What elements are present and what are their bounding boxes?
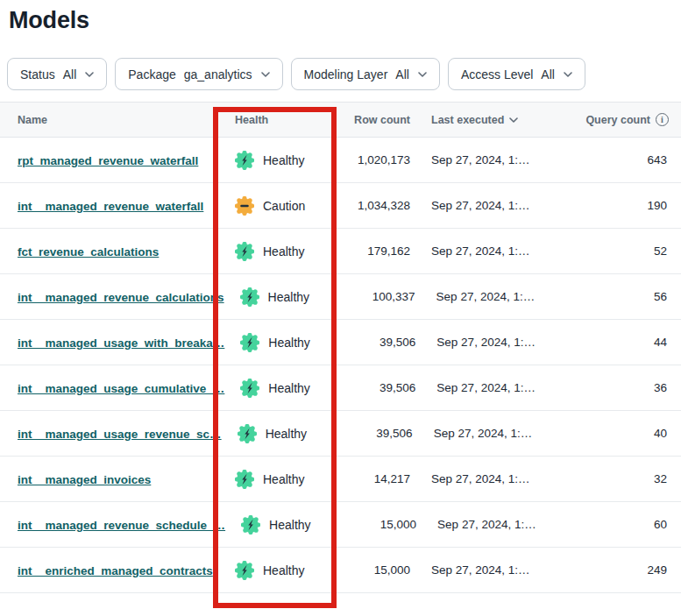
query-count: 44 <box>564 336 681 349</box>
filter-label: Modeling Layer <box>304 67 388 81</box>
last-executed: Sep 27, 2024, 1:… <box>415 290 564 303</box>
row-count: 179,162 <box>337 244 410 258</box>
filter-value: All <box>63 67 77 81</box>
table-row: int__managed_usage_revenue_sc… Healthy 3… <box>0 411 681 457</box>
table-row: int__managed_revenue_schedule_… Healthy … <box>0 502 681 548</box>
column-header-label: Last executed <box>431 114 504 126</box>
last-executed: Sep 27, 2024, 1:… <box>416 518 565 531</box>
table-row: rpt_managed_revenue_waterfall Healthy 1,… <box>0 138 681 183</box>
table-row: fct_revenue_calculations Healthy 179,162… <box>0 229 681 274</box>
column-header-name: Name <box>0 114 219 126</box>
health-label: Healthy <box>266 427 307 441</box>
health-label: Healthy <box>268 290 309 304</box>
row-count: 39,506 <box>342 381 415 394</box>
filter-value: ga_analytics <box>184 67 252 81</box>
query-count: 52 <box>559 244 681 258</box>
model-link[interactable]: int__enriched_managed_contracts <box>18 564 213 577</box>
health-caution-icon <box>235 196 254 216</box>
chevron-down-icon <box>418 72 427 77</box>
query-count: 190 <box>559 199 681 212</box>
table-row: int__managed_revenue_calculations Health… <box>0 274 681 320</box>
row-count: 15,000 <box>337 563 410 577</box>
column-header-query-count: Query count i <box>559 113 681 126</box>
model-link[interactable]: int__managed_usage_cumulative_… <box>18 382 224 395</box>
last-executed: Sep 27, 2024, 1:… <box>410 472 559 485</box>
filter-label: Package <box>128 67 175 81</box>
row-count: 1,034,328 <box>337 199 410 212</box>
table-header: Name Health Row count Last executed Quer… <box>0 102 681 138</box>
health-cell: Healthy <box>225 515 343 535</box>
sort-chevron-icon <box>509 117 518 123</box>
query-count: 32 <box>559 472 681 485</box>
filter-access-level[interactable]: Access Level All <box>448 58 585 90</box>
table-row: int__managed_revenue_waterfall Caution 1… <box>0 183 681 229</box>
health-healthy-icon <box>235 561 254 580</box>
health-label: Healthy <box>263 563 304 577</box>
health-cell: Healthy <box>222 424 339 443</box>
filter-value: All <box>395 67 409 81</box>
column-header-row-count: Row count <box>337 114 410 126</box>
query-count: 60 <box>565 518 681 531</box>
row-count: 15,000 <box>343 518 416 531</box>
row-count: 1,020,173 <box>337 153 410 166</box>
model-link[interactable]: int__managed_usage_revenue_sc… <box>18 428 222 441</box>
filter-value: All <box>541 67 555 81</box>
filter-package[interactable]: Package ga_analytics <box>115 58 282 90</box>
page-title: Models <box>9 7 681 34</box>
health-label: Healthy <box>263 244 304 258</box>
table-row: int__managed_invoices Healthy 14,217 Sep… <box>0 457 681 502</box>
health-healthy-icon <box>240 333 259 352</box>
query-count: 56 <box>564 290 681 303</box>
filter-status[interactable]: Status All <box>7 58 107 90</box>
health-healthy-icon <box>235 151 254 170</box>
model-link[interactable]: int__managed_revenue_calculations <box>18 291 224 304</box>
column-header-label: Query count <box>585 114 650 126</box>
filter-bar: Status All Package ga_analytics Modeling… <box>7 58 681 90</box>
model-link[interactable]: int__managed_revenue_waterfall <box>18 200 203 213</box>
models-table: Name Health Row count Last executed Quer… <box>0 102 681 593</box>
filter-modeling-layer[interactable]: Modeling Layer All <box>291 58 440 90</box>
filter-label: Status <box>20 67 55 81</box>
health-label: Healthy <box>268 381 309 395</box>
row-count: 39,506 <box>339 427 413 440</box>
last-executed: Sep 27, 2024, 1:… <box>413 427 562 440</box>
column-header-health: Health <box>219 114 337 126</box>
health-cell: Healthy <box>219 242 337 261</box>
table-row: int__enriched_managed_contracts Healthy … <box>0 548 681 593</box>
health-cell: Healthy <box>224 333 342 352</box>
health-healthy-icon <box>235 470 254 489</box>
query-count: 643 <box>559 153 681 166</box>
last-executed: Sep 27, 2024, 1:… <box>415 336 564 349</box>
health-cell: Healthy <box>219 151 337 170</box>
info-icon[interactable]: i <box>656 113 669 126</box>
health-healthy-icon <box>235 242 254 261</box>
last-executed: Sep 27, 2024, 1:… <box>410 153 559 166</box>
row-count: 100,337 <box>342 290 415 303</box>
health-cell: Healthy <box>219 561 337 580</box>
row-count: 39,506 <box>342 336 415 349</box>
model-link[interactable]: int__managed_revenue_schedule_… <box>18 519 225 532</box>
filter-label: Access Level <box>461 67 533 81</box>
model-link[interactable]: int__managed_usage_with_breaka… <box>18 336 224 350</box>
last-executed: Sep 27, 2024, 1:… <box>410 199 559 212</box>
health-healthy-icon <box>240 287 259 307</box>
health-healthy-icon <box>240 379 259 398</box>
query-count: 249 <box>559 563 681 577</box>
chevron-down-icon <box>261 72 270 77</box>
health-healthy-icon <box>238 424 257 443</box>
query-count: 36 <box>564 381 681 394</box>
health-cell: Healthy <box>224 287 342 307</box>
health-cell: Healthy <box>224 379 342 398</box>
health-cell: Healthy <box>219 470 337 489</box>
health-label: Healthy <box>268 336 309 350</box>
column-header-last-executed[interactable]: Last executed <box>410 114 559 126</box>
model-link[interactable]: int__managed_invoices <box>18 473 151 486</box>
model-link[interactable]: fct_revenue_calculations <box>18 245 159 258</box>
model-link[interactable]: rpt_managed_revenue_waterfall <box>18 154 198 167</box>
chevron-down-icon <box>85 72 94 77</box>
health-cell: Caution <box>219 196 337 216</box>
health-healthy-icon <box>241 515 260 535</box>
health-label: Caution <box>263 199 305 213</box>
query-count: 40 <box>562 427 681 440</box>
health-label: Healthy <box>263 153 304 167</box>
